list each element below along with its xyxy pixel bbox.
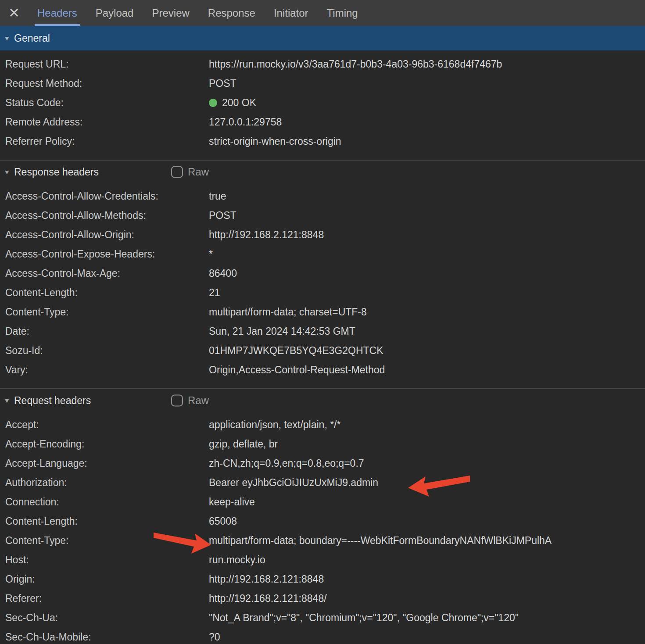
- collapse-triangle-icon: ▼: [4, 168, 11, 175]
- header-row: Access-Control-Allow-Origin:http://192.1…: [0, 225, 645, 244]
- tab-preview[interactable]: Preview: [143, 0, 198, 26]
- header-row: Origin:http://192.168.2.121:8848: [0, 569, 645, 589]
- raw-checkbox-label[interactable]: Raw: [188, 394, 209, 407]
- header-row: Host:run.mocky.io: [0, 550, 645, 569]
- header-value: 86400: [209, 268, 237, 279]
- section-rows: Accept:application/json, text/plain, */*…: [0, 412, 645, 644]
- header-name: Access-Control-Allow-Credentials:: [0, 190, 209, 202]
- header-value: application/json, text/plain, */*: [209, 419, 340, 431]
- header-name: Request Method:: [0, 78, 209, 89]
- section-request-headers: ▼Request headersRawAccept:application/js…: [0, 388, 645, 644]
- header-value-text: strict-origin-when-cross-origin: [209, 136, 341, 147]
- raw-checkbox-label[interactable]: Raw: [188, 166, 209, 178]
- header-value: run.mocky.io: [209, 554, 265, 566]
- tab-timing[interactable]: Timing: [318, 0, 367, 26]
- header-value-text: *: [209, 248, 213, 260]
- header-value: http://192.168.2.121:8848: [209, 229, 324, 241]
- header-name: Origin:: [0, 573, 209, 585]
- header-row: Access-Control-Expose-Headers:*: [0, 244, 645, 264]
- header-row: Sozu-Id:01HMP7JWKQE7B5YQ4E3G2QHTCK: [0, 341, 645, 360]
- header-value-text: http://192.168.2.121:8848: [209, 573, 324, 585]
- section-header-request-headers[interactable]: ▼Request headersRaw: [0, 388, 645, 412]
- header-value-text: http://192.168.2.121:8848: [209, 229, 324, 241]
- header-row: Accept-Language:zh-CN,zh;q=0.9,en;q=0.8,…: [0, 454, 645, 473]
- section-header-response-headers[interactable]: ▼Response headersRaw: [0, 160, 645, 183]
- header-value: strict-origin-when-cross-origin: [209, 136, 341, 147]
- section-title: Request headers: [14, 395, 91, 407]
- header-row: Content-Type:multipart/form-data; charse…: [0, 302, 645, 322]
- header-name: Accept:: [0, 419, 209, 431]
- header-name: Accept-Encoding:: [0, 438, 209, 450]
- header-value-text: ?0: [209, 631, 220, 643]
- header-value: *: [209, 248, 213, 260]
- header-value-text: true: [209, 190, 226, 202]
- header-value: http://192.168.2.121:8848/: [209, 593, 327, 605]
- header-row: Sec-Ch-Ua-Mobile:?0: [0, 627, 645, 644]
- header-name: Access-Control-Max-Age:: [0, 268, 209, 279]
- header-value: Bearer eyJhbGciOiJIUzUxMiJ9.admin: [209, 477, 378, 489]
- header-name: Sec-Ch-Ua:: [0, 612, 209, 624]
- header-row: Content-Length:65008: [0, 512, 645, 531]
- header-row: Sec-Ch-Ua:"Not_A Brand";v="8", "Chromium…: [0, 608, 645, 627]
- header-value: "Not_A Brand";v="8", "Chromium";v="120",…: [209, 612, 519, 624]
- header-name: Referer:: [0, 593, 209, 605]
- header-row: Status Code:200 OK: [0, 93, 645, 112]
- header-name: Remote Address:: [0, 116, 209, 128]
- section-header-general[interactable]: ▼General: [0, 26, 645, 50]
- tab-response[interactable]: Response: [199, 0, 265, 26]
- tab-headers[interactable]: Headers: [28, 0, 86, 26]
- header-row: Accept:application/json, text/plain, */*: [0, 415, 645, 434]
- section-title: General: [14, 32, 50, 44]
- header-name: Content-Type:: [0, 535, 209, 547]
- close-icon[interactable]: ✕: [0, 0, 28, 26]
- header-row: Authorization:Bearer eyJhbGciOiJIUzUxMiJ…: [0, 473, 645, 492]
- header-value: 01HMP7JWKQE7B5YQ4E3G2QHTCK: [209, 345, 383, 357]
- header-row: Remote Address:127.0.0.1:29758: [0, 112, 645, 132]
- header-value: multipart/form-data; boundary=----WebKit…: [209, 535, 552, 547]
- tab-initiator[interactable]: Initiator: [265, 0, 318, 26]
- header-value: keep-alive: [209, 496, 255, 508]
- header-value: POST: [209, 210, 236, 222]
- header-value-text: https://run.mocky.io/v3/3aa761d7-b0b3-4a…: [209, 58, 502, 70]
- header-value-text: Sun, 21 Jan 2024 14:42:53 GMT: [209, 326, 355, 337]
- headers-panel: ▼GeneralRequest URL:https://run.mocky.io…: [0, 26, 645, 644]
- header-row: Accept-Encoding:gzip, deflate, br: [0, 434, 645, 454]
- header-value: ?0: [209, 631, 220, 643]
- header-value-text: 200 OK: [222, 97, 256, 109]
- header-value-text: 01HMP7JWKQE7B5YQ4E3G2QHTCK: [209, 345, 383, 357]
- tab-payload[interactable]: Payload: [86, 0, 143, 26]
- header-name: Vary:: [0, 364, 209, 376]
- header-row: Referer:http://192.168.2.121:8848/: [0, 589, 645, 608]
- header-name: Access-Control-Allow-Origin:: [0, 229, 209, 241]
- header-value: multipart/form-data; charset=UTF-8: [209, 306, 367, 318]
- header-name: Content-Length:: [0, 287, 209, 299]
- header-value: 127.0.0.1:29758: [209, 116, 282, 128]
- header-value-text: 86400: [209, 268, 237, 279]
- header-value-text: Origin,Access-Control-Request-Method: [209, 364, 385, 376]
- raw-checkbox[interactable]: [171, 166, 183, 178]
- header-name: Content-Type:: [0, 306, 209, 318]
- header-name: Status Code:: [0, 97, 209, 109]
- header-name: Access-Control-Allow-Methods:: [0, 210, 209, 222]
- header-row: Date:Sun, 21 Jan 2024 14:42:53 GMT: [0, 322, 645, 341]
- header-row: Request URL:https://run.mocky.io/v3/3aa7…: [0, 54, 645, 74]
- section-title: Response headers: [14, 166, 99, 178]
- header-name: Host:: [0, 554, 209, 566]
- header-name: Accept-Language:: [0, 458, 209, 469]
- header-value: 65008: [209, 515, 237, 527]
- section-rows: Request URL:https://run.mocky.io/v3/3aa7…: [0, 50, 645, 151]
- header-value-text: 127.0.0.1:29758: [209, 116, 282, 128]
- header-value: 200 OK: [209, 97, 256, 109]
- header-name: Sozu-Id:: [0, 345, 209, 357]
- header-value-text: zh-CN,zh;q=0.9,en;q=0.8,eo;q=0.7: [209, 458, 364, 469]
- section-rows: Access-Control-Allow-Credentials:trueAcc…: [0, 183, 645, 379]
- header-value-text: 65008: [209, 515, 237, 527]
- raw-checkbox[interactable]: [171, 395, 183, 407]
- header-value: true: [209, 190, 226, 202]
- header-name: Content-Length:: [0, 515, 209, 527]
- header-value-text: "Not_A Brand";v="8", "Chromium";v="120",…: [209, 612, 519, 624]
- header-value: Sun, 21 Jan 2024 14:42:53 GMT: [209, 326, 355, 337]
- header-row: Content-Length:21: [0, 283, 645, 302]
- header-value-text: gzip, deflate, br: [209, 438, 278, 450]
- header-row: Access-Control-Max-Age:86400: [0, 264, 645, 283]
